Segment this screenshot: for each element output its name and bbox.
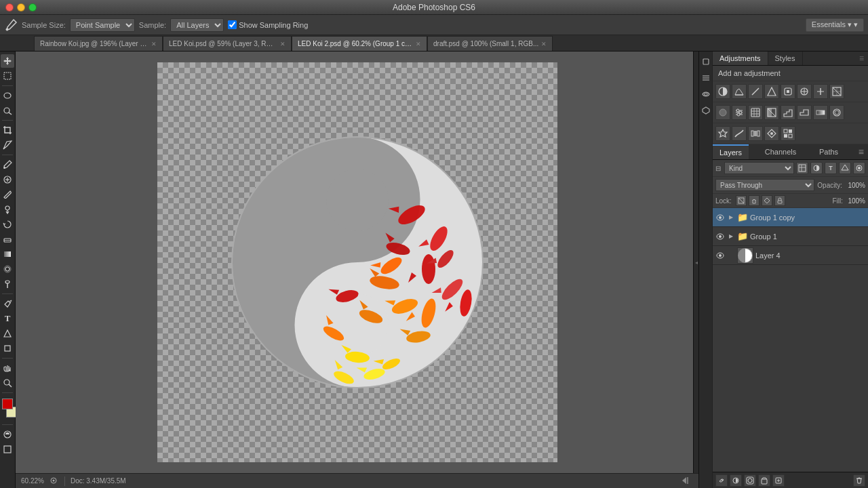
move-tool[interactable] [1, 54, 14, 68]
channels-tab[interactable]: Channels [758, 145, 803, 159]
styles-tab[interactable]: Styles [768, 52, 803, 65]
pattern-icon[interactable] [781, 126, 795, 141]
marquee-tool[interactable] [1, 69, 14, 83]
tab-0[interactable]: Rainbow Koi.jpg @ 196% (Layer 2, R... ✕ [34, 36, 163, 51]
create-layer-button[interactable] [772, 474, 785, 487]
tab-close-2[interactable]: ✕ [416, 41, 421, 47]
layer-expand-0[interactable]: ▶ [727, 214, 735, 222]
lock-image-icon[interactable] [749, 195, 760, 206]
layer-visibility-2[interactable] [715, 251, 725, 260]
layer-visibility-0[interactable] [715, 213, 725, 222]
brush-tool[interactable] [1, 188, 14, 201]
view-tool[interactable] [701, 87, 711, 102]
maximize-button[interactable] [28, 3, 37, 12]
rotate-view-tool[interactable] [701, 54, 711, 69]
layer-expand-1[interactable]: ▶ [727, 232, 735, 241]
gradient-tool[interactable] [1, 247, 14, 261]
add-style-button[interactable] [730, 474, 742, 487]
eraser-tool[interactable] [1, 232, 14, 246]
adj-panel-options[interactable]: ≡ [855, 54, 868, 63]
zoom-tool[interactable] [1, 376, 14, 390]
arrange-tool[interactable] [701, 70, 711, 85]
layer-item-layer4[interactable]: Layer 4 [713, 246, 868, 265]
layer-visibility-1[interactable] [715, 232, 725, 241]
spot-healing-tool[interactable] [1, 173, 14, 186]
quick-mask-tool[interactable] [1, 428, 14, 441]
exposure-icon[interactable] [764, 84, 779, 99]
tab-2[interactable]: LED Koi 2.psd @ 60.2% (Group 1 copy, RGB… [292, 36, 427, 51]
dodge-tool[interactable] [1, 277, 14, 291]
brightness-contrast-icon[interactable] [715, 84, 730, 99]
filter-pixel-icon[interactable] [796, 162, 808, 174]
lasso-tool[interactable] [1, 89, 14, 102]
levels-icon[interactable] [732, 84, 747, 99]
essentials-button[interactable]: Essentials ▾ ▾ [806, 18, 864, 32]
layers-tab[interactable]: Layers [713, 144, 749, 159]
opacity-value[interactable]: 100% [845, 182, 865, 189]
layer-item-group1[interactable]: ▶ 📁 Group 1 [713, 227, 868, 246]
filter-adjustment-icon[interactable] [810, 162, 823, 174]
panel-collapse-handle[interactable]: ◂ [693, 52, 698, 473]
blend-mode-select[interactable]: Pass Through [715, 179, 814, 191]
tab-close-3[interactable]: ✕ [541, 41, 547, 47]
brightness-icon-2[interactable] [715, 126, 730, 141]
shape-tool[interactable] [1, 342, 14, 355]
zoom-indicator[interactable] [50, 476, 59, 486]
canvas-area[interactable]: 60.22% Doc: 3.43M/35.5M ◂ [16, 52, 698, 488]
layer-item-group1copy[interactable]: ▶ 📁 Group 1 copy [713, 208, 868, 227]
curves-icon[interactable] [748, 84, 763, 99]
eyedropper-tool[interactable] [1, 158, 14, 171]
color-balance-icon[interactable] [813, 84, 828, 99]
paths-tab[interactable]: Paths [812, 145, 845, 159]
black-white-icon[interactable] [829, 84, 844, 99]
add-mask-button[interactable] [744, 474, 756, 487]
hue-icon-2[interactable] [764, 126, 779, 141]
crop-tool[interactable] [1, 123, 14, 137]
threshold-icon[interactable] [797, 105, 812, 120]
timeline-button[interactable] [682, 477, 693, 485]
adjustments-tab[interactable]: Adjustments [713, 52, 768, 65]
color-lookup-icon[interactable] [748, 105, 763, 120]
clone-stamp-tool[interactable] [1, 203, 14, 216]
screen-mode-tool[interactable] [1, 443, 14, 456]
layers-panel-options[interactable]: ≡ [854, 146, 868, 157]
filter-kind-select[interactable]: Kind [724, 162, 794, 174]
quick-selection-tool[interactable] [1, 104, 14, 117]
tab-close-0[interactable]: ✕ [151, 41, 157, 47]
tab-3[interactable]: draft.psd @ 100% (Small 1, RGB... ✕ [427, 36, 553, 51]
filter-smart-icon[interactable] [853, 162, 865, 174]
create-group-button[interactable] [758, 474, 770, 487]
lock-transparent-icon[interactable] [736, 195, 747, 206]
lock-position-icon[interactable] [762, 195, 772, 206]
channel-mixer-icon[interactable] [732, 105, 747, 120]
blur-tool[interactable] [1, 262, 14, 276]
sample-size-select[interactable]: Point Sample [70, 18, 135, 32]
tab-close-1[interactable]: ✕ [280, 41, 285, 47]
filter-shape-icon[interactable] [839, 162, 851, 174]
3d-tool[interactable] [701, 103, 711, 118]
selective-color-icon[interactable] [829, 105, 844, 120]
hue-saturation-icon[interactable] [797, 84, 812, 99]
lock-all-icon[interactable] [774, 195, 785, 206]
tab-1[interactable]: LED Koi.psd @ 59% (Layer 3, RGB... ✕ [163, 36, 292, 51]
photo-filter-icon[interactable] [715, 105, 730, 120]
foreground-color[interactable] [2, 399, 13, 409]
gradient-map-icon[interactable] [813, 105, 828, 120]
sample-select[interactable]: All Layers [170, 18, 224, 32]
delete-layer-button[interactable] [853, 474, 865, 487]
show-sampling-ring-checkbox[interactable] [228, 20, 237, 29]
posterize-icon[interactable] [781, 105, 795, 120]
close-button[interactable] [5, 3, 14, 12]
minimize-button[interactable] [17, 3, 25, 12]
hand-tool[interactable] [1, 361, 14, 375]
slice-tool[interactable] [1, 138, 14, 152]
filter-type-icon[interactable]: T [825, 162, 837, 174]
invert-icon[interactable] [764, 105, 779, 120]
pen-tool[interactable] [1, 297, 14, 310]
history-brush-tool[interactable] [1, 218, 14, 231]
type-tool[interactable]: T [1, 312, 14, 325]
vibrance-icon[interactable] [781, 84, 795, 99]
levels-icon-2[interactable] [748, 126, 763, 141]
link-layers-button[interactable] [715, 474, 728, 487]
curves-icon-2[interactable] [732, 126, 747, 141]
